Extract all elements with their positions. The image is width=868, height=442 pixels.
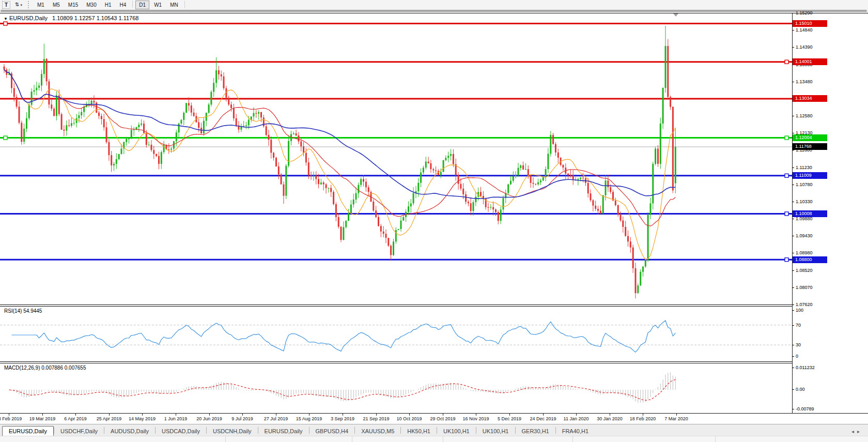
date-axis-tick (75, 414, 76, 416)
price-axis-label: 1.08070 (796, 285, 813, 290)
chart-tab-eurusd-daily[interactable]: EURUSD,Daily (258, 426, 309, 436)
price-axis-tick (792, 150, 794, 150)
price-level-badge[interactable]: 1.13034 (793, 95, 827, 102)
date-axis-tick (543, 414, 544, 416)
price-axis-tick (792, 116, 794, 116)
price-level-badge[interactable]: 1.12004 (793, 134, 827, 141)
date-axis-label: 15 Aug 2019 (296, 416, 322, 421)
date-axis-tick (376, 414, 377, 416)
price-level-badge[interactable]: 1.14001 (793, 58, 827, 65)
rsi-axis-tick (792, 345, 794, 345)
date-axis-label: 14 May 2019 (129, 416, 156, 421)
chart-tab-ger30-h1[interactable]: GER30,H1 (516, 426, 555, 436)
price-axis-tick (792, 287, 794, 288)
status-segment (443, 436, 573, 442)
chart-tab-hk50-h1[interactable]: HK50,H1 (401, 426, 437, 436)
price-axis-label: 1.14390 (796, 44, 813, 50)
date-axis-tick (42, 414, 43, 416)
price-level-badge[interactable]: 1.15010 (793, 20, 827, 27)
price-axis-label: 1.11230 (796, 165, 812, 170)
price-axis-tick (792, 219, 794, 219)
price-axis-label: 1.12580 (796, 113, 813, 118)
date-axis-tick (109, 414, 110, 416)
date-axis-tick (409, 414, 410, 416)
date-axis-label: 1 Jun 2019 (164, 416, 188, 421)
date-axis-label: 24 Dec 2019 (530, 416, 556, 421)
price-axis-label: 1.07620 (796, 302, 813, 307)
price-axis-label: 1.15290 (796, 10, 813, 16)
price-axis-tick (792, 270, 794, 271)
rsi-axis-label: 70 (796, 323, 801, 328)
date-axis-label: 11 Jan 2020 (564, 416, 589, 421)
date-axis-label: 5 Dec 2019 (498, 416, 521, 421)
date-axis-tick (309, 414, 309, 416)
date-axis-label: 30 Jan 2020 (597, 416, 623, 421)
title-dropdown-icon[interactable]: ▼ (4, 17, 8, 21)
chart-tab-xauusd-m5[interactable]: XAUUSD,M5 (355, 426, 400, 436)
rsi-axis-label: 30 (796, 342, 801, 347)
tab-next-icon[interactable]: ▸ (857, 429, 863, 434)
tab-prev-icon[interactable]: ◂ (851, 429, 857, 434)
price-axis-label: 1.10330 (796, 199, 813, 204)
date-axis-label: 21 Sep 2019 (363, 416, 389, 421)
chart-tab-gbpusd-h4[interactable]: GBPUSD,H4 (309, 426, 355, 436)
chart-tab-uk100-h1[interactable]: UK100,H1 (476, 426, 515, 436)
price-axis-label: 1.08980 (796, 250, 813, 255)
macd-axis-tick (792, 368, 794, 368)
date-axis-tick (476, 414, 476, 416)
date-axis-tick (242, 414, 243, 416)
date-axis-tick (509, 414, 510, 416)
macd-indicator-label: MACD(12,26,9) 0.007886 0.007655 (4, 365, 86, 371)
date-axis-tick (610, 414, 610, 416)
macd-axis-label: -0.00789 (796, 406, 814, 411)
chart-tab-eurusd-daily[interactable]: EURUSD,Daily (2, 426, 54, 437)
chart-tab-audusd-daily[interactable]: AUDUSD,Daily (104, 426, 155, 436)
chart-tab-usdcad-daily[interactable]: USDCAD,Daily (156, 426, 206, 436)
price-level-badge[interactable]: 1.10008 (793, 210, 827, 217)
chart-title[interactable]: ▼ EURUSD,Daily 1.10809 1.12257 1.10543 1… (4, 15, 138, 21)
date-axis-label: 7 Mar 2020 (664, 416, 688, 421)
date-axis-label: 20 Jun 2019 (196, 416, 222, 421)
chart-symbol-label: EURUSD,Daily (9, 15, 48, 21)
price-axis-label: 1.10780 (796, 182, 813, 187)
date-axis-label: 28 Feb 2019 (0, 416, 22, 421)
date-axis-tick (343, 414, 343, 416)
chart-ohlc-values: 1.10809 1.12257 1.10543 1.11768 (52, 15, 138, 21)
date-axis-label: 3 Sep 2019 (331, 416, 354, 421)
price-chart-canvas[interactable] (0, 0, 868, 442)
date-axis-tick (676, 414, 677, 416)
date-axis-label: 10 Oct 2019 (396, 416, 422, 421)
macd-axis-tick (792, 389, 794, 390)
rsi-axis-tick (792, 325, 794, 326)
price-axis-tick (792, 304, 794, 305)
price-axis-label: 1.09430 (796, 233, 813, 238)
date-axis-label: 25 Apr 2019 (97, 416, 122, 421)
rsi-axis-label: 0 (796, 354, 798, 359)
price-axis-tick (792, 30, 794, 31)
mt4-window: T ⇅▾ M1M5M15M30H1H4D1W1MN ▼ EURUSD,Daily… (0, 0, 868, 442)
price-level-badge[interactable]: 1.11009 (793, 172, 827, 179)
price-axis-label: 1.08520 (796, 268, 813, 273)
date-axis-tick (276, 414, 276, 416)
date-axis-tick (9, 414, 9, 416)
chart-tab-usdcnh-daily[interactable]: USDCNH,Daily (207, 426, 258, 436)
tab-scroll-arrows[interactable]: ◂▸ (851, 429, 863, 434)
rsi-indicator-label: RSI(14) 54.9445 (4, 308, 42, 314)
date-axis-label: 19 Mar 2019 (29, 416, 56, 421)
chart-tab-fra40-h1[interactable]: FRA40,H1 (556, 426, 595, 436)
date-axis-tick (209, 414, 210, 416)
chart-tab-usdchf-daily[interactable]: USDCHF,Daily (54, 426, 104, 436)
date-axis-tick (576, 414, 577, 416)
price-level-badge[interactable]: 1.08800 (793, 256, 827, 263)
price-axis-tick (792, 47, 794, 48)
date-axis-label: 27 Jul 2019 (264, 416, 288, 421)
date-axis-tick (176, 414, 176, 416)
date-axis-label: 6 Apr 2019 (64, 416, 87, 421)
rsi-axis-tick (792, 310, 794, 311)
price-axis-tick (792, 253, 794, 253)
price-axis-tick (792, 82, 794, 82)
chart-tab-uk100-h1[interactable]: UK100,H1 (437, 426, 476, 436)
date-axis-tick (142, 414, 143, 416)
chart-tab-bar: EURUSD,DailyUSDCHF,DailyAUDUSD,DailyUSDC… (0, 424, 868, 436)
macd-axis-label: 0.00 (796, 387, 805, 392)
